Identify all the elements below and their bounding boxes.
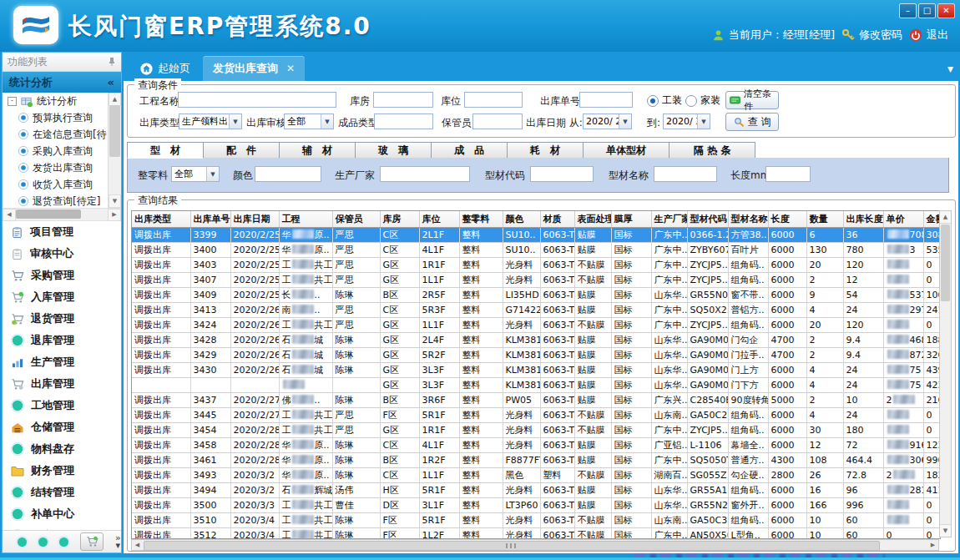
logout-link[interactable]: 退出 — [909, 28, 948, 43]
pin-icon[interactable] — [108, 57, 116, 67]
column-header-出库日期[interactable]: 出库日期 — [230, 211, 279, 228]
tree-horizontal-scrollbar[interactable]: ◀ ▶ — [3, 209, 121, 221]
table-row[interactable]: 调拨出库35102020/3/4工共工程陈琳F区5R1F整料光身料6063-T5… — [132, 513, 941, 528]
table-row[interactable]: 调拨出库34942020/3/2石辉城汤伟H区5R1F整料光身料6063-T5贴… — [132, 483, 941, 498]
material-tab-型材[interactable]: 型 材 — [127, 142, 204, 159]
tree-item-收货入库查询[interactable]: 收货入库查询 — [3, 176, 109, 193]
expander-icon[interactable]: - — [8, 97, 17, 106]
table-row[interactable]: G区3L3F整料KLM38176063-T5贴膜国标山东华..GA90M09.门… — [132, 378, 941, 393]
profile-code-input[interactable] — [530, 166, 594, 182]
sidebar-group-采购管理[interactable]: 采购管理 — [3, 265, 121, 286]
tab-list-dropdown-icon[interactable]: ▼ — [947, 65, 953, 73]
scroll-right-icon[interactable]: ▶ — [927, 540, 938, 550]
profile-name-input[interactable] — [654, 166, 717, 182]
outbound-audit-select[interactable]: 全部▼ — [284, 114, 334, 129]
scroll-left-icon[interactable]: ◀ — [132, 540, 143, 550]
sidebar-group-仓储管理[interactable]: 仓储管理 — [3, 416, 121, 438]
group-dot-icon[interactable] — [59, 537, 68, 547]
close-button[interactable]: ✕ — [937, 3, 955, 18]
material-tab-配件[interactable]: 配 件 — [203, 142, 280, 159]
location-input[interactable] — [464, 92, 523, 108]
keeper-input[interactable] — [472, 114, 523, 129]
column-header-颜色[interactable]: 颜色 — [503, 211, 540, 228]
group-dot-icon[interactable] — [38, 537, 48, 547]
order-no-input[interactable] — [579, 92, 633, 108]
column-header-整零料[interactable]: 整零料 — [459, 211, 503, 228]
search-button[interactable]: 查 询 — [725, 113, 779, 131]
tree-item-预算执行查询[interactable]: 预算执行查询 — [3, 109, 109, 126]
sidebar-group-结转管理[interactable]: 结转管理 — [3, 482, 121, 503]
clear-conditions-button[interactable]: 清空条件 — [725, 91, 779, 109]
column-header-库位[interactable]: 库位 — [419, 211, 459, 228]
table-row[interactable]: 调拨出库34372020/2/27佛..陈琳B区3R6F整料PW056063-T… — [132, 393, 941, 408]
sidebar-group-退库管理[interactable]: 退库管理 — [3, 330, 121, 351]
column-header-生产厂家[interactable]: 生产厂家 — [651, 211, 687, 228]
table-row[interactable]: 调拨出库34452020/2/27工共工程严思F区5R1F整料光身料6063-T… — [132, 408, 941, 423]
project-name-input[interactable] — [178, 92, 336, 108]
sidebar-group-审核中心[interactable]: 审核中心 — [3, 243, 121, 265]
table-horizontal-scrollbar[interactable]: ◀ ▶ — [131, 539, 939, 551]
minimize-button[interactable]: – — [899, 3, 917, 18]
table-row[interactable]: 调拨出库34542020/2/28工共工程严思G区1R1F整料光身料6063-T… — [132, 423, 941, 438]
tree-item-采购入库查询[interactable]: 采购入库查询 — [3, 143, 109, 159]
material-tab-单体型材[interactable]: 单体型材 — [583, 142, 669, 159]
material-tab-耗材[interactable]: 耗 材 — [507, 142, 584, 159]
material-tab-玻璃[interactable]: 玻 璃 — [355, 142, 432, 159]
sidebar-group-出库管理[interactable]: 出库管理 — [3, 373, 121, 395]
table-row[interactable]: 调拨出库35002020/3/3工共工程曹佳D区3L1F整料LT3P606063… — [132, 498, 941, 513]
column-header-金额[interactable]: 金额 — [923, 211, 941, 228]
tree-item-发货出库查询[interactable]: 发货出库查询 — [3, 159, 109, 176]
table-row[interactable]: 调拨出库34242020/2/26工共工程严思G区1L1F整料光身料6063-T… — [132, 318, 941, 333]
sidebar-group-项目管理[interactable]: 项目管理 — [3, 221, 121, 243]
table-row[interactable]: 调拨出库35122020/3/4工共工程陈琳F区1L2F整料光身料6063-T5… — [132, 528, 941, 540]
color-input[interactable] — [255, 166, 321, 182]
sidebar-group-工地管理[interactable]: 工地管理 — [3, 395, 121, 416]
length-input[interactable] — [765, 166, 811, 182]
factory-input[interactable] — [380, 166, 470, 182]
date-to-picker[interactable]: 2020/ 3/16▼ — [663, 114, 710, 129]
scroll-down-icon[interactable]: ▼ — [109, 194, 121, 208]
change-password-link[interactable]: 修改密码 — [841, 28, 902, 43]
group-dot-icon[interactable] — [18, 537, 27, 547]
table-row[interactable]: 调拨出库34302020/2/26石城陈琳G区3L3F整料KLM38176063… — [132, 363, 941, 378]
tree-item-退货查询[待定][interactable]: 退货查询[待定] — [3, 193, 109, 208]
column-header-型材名称[interactable]: 型材名称 — [728, 211, 768, 228]
sidebar-section-statistics[interactable]: 统计分析 « — [3, 72, 121, 93]
column-header-长度[interactable]: 长度 — [768, 211, 806, 228]
table-row[interactable]: 调拨出库33992020/2/25华原..严思C区2L1F整料SU10..606… — [132, 228, 941, 243]
radio-gongzhuang[interactable]: 工装 — [647, 93, 682, 108]
product-type-input[interactable] — [374, 114, 433, 129]
date-from-picker[interactable]: 2020/ 2/16▼ — [583, 114, 632, 129]
sidebar-group-财务管理[interactable]: 财务管理 — [3, 460, 121, 482]
table-row[interactable]: 调拨出库34132020/2/26南..严思C区5R3F整料G714226063… — [132, 303, 941, 318]
tree-vertical-scrollbar[interactable]: ▲ ▼ — [108, 93, 121, 208]
scroll-right-icon[interactable]: ▶ — [108, 209, 121, 221]
radio-jiazhuang[interactable]: 家装 — [685, 93, 720, 108]
close-tab-icon[interactable]: ✕ — [286, 63, 295, 74]
tree-root-statistics[interactable]: -统计分析 — [3, 93, 109, 109]
scroll-left-icon[interactable]: ◀ — [3, 209, 16, 221]
column-header-材质[interactable]: 材质 — [540, 211, 574, 228]
scroll-up-icon[interactable]: ▲ — [109, 93, 121, 106]
maximize-button[interactable]: □ — [918, 3, 936, 18]
table-row[interactable]: 调拨出库34932020/3/2华原..陈琳C区1L1F整料黑色塑料不贴膜国标湖… — [132, 468, 941, 483]
tab-发货出库查询[interactable]: 发货出库查询✕ — [203, 56, 305, 81]
table-row[interactable]: 调拨出库34072020/2/25工共工程严思G区1L1F整料光身料6063-T… — [132, 273, 941, 288]
column-header-出库单号[interactable]: 出库单号 — [190, 211, 230, 228]
tree-item-在途信息查询[待[interactable]: 在途信息查询[待 — [3, 126, 109, 143]
material-tab-辅材[interactable]: 辅 材 — [279, 142, 356, 159]
column-header-单价[interactable]: 单价 — [883, 211, 923, 228]
table-row[interactable]: 调拨出库34002020/2/25华原..严思C区4L1F整料SU10..606… — [132, 243, 941, 258]
warehouse-input[interactable] — [373, 92, 433, 108]
column-header-保管员[interactable]: 保管员 — [332, 211, 380, 228]
table-row[interactable]: 调拨出库34282020/2/26石城陈琳G区2L4F整料KLM38176063… — [132, 333, 941, 348]
column-header-数量[interactable]: 数量 — [806, 211, 843, 228]
column-header-膜厚[interactable]: 膜厚 — [611, 211, 651, 228]
column-header-库房[interactable]: 库房 — [380, 211, 419, 228]
cart-tool-button[interactable] — [80, 532, 104, 551]
sidebar-group-入库管理[interactable]: 入库管理 — [3, 286, 121, 308]
sidebar-group-补单中心[interactable]: 补单中心 — [3, 503, 121, 525]
sidebar-group-退货管理[interactable]: 退货管理 — [3, 308, 121, 330]
scroll-down-icon[interactable]: ▼ — [940, 524, 951, 537]
column-header-表面处理[interactable]: 表面处理 — [574, 211, 611, 228]
